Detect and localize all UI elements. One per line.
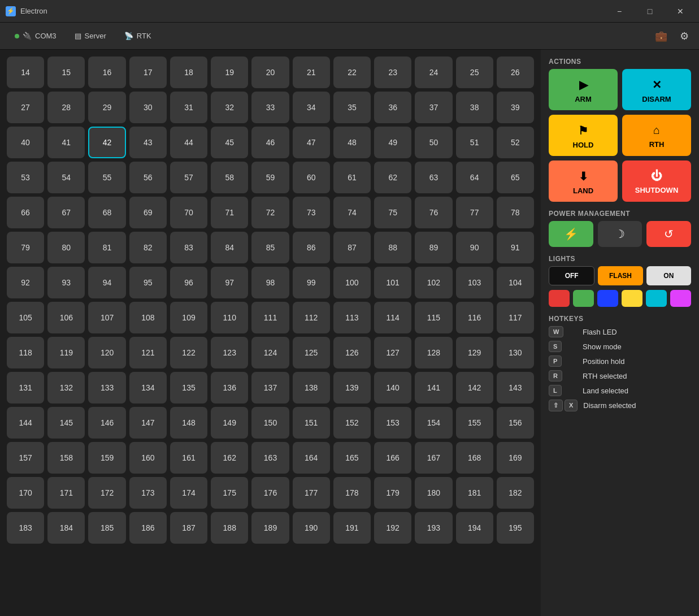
drone-cell-32[interactable]: 32 [211, 92, 248, 123]
drone-cell-46[interactable]: 46 [251, 127, 289, 158]
drone-cell-56[interactable]: 56 [129, 162, 167, 193]
drone-cell-27[interactable]: 27 [7, 92, 44, 123]
drone-cell-164[interactable]: 164 [293, 442, 330, 474]
restart-button[interactable]: ↺ [646, 221, 691, 247]
drone-cell-153[interactable]: 153 [374, 407, 411, 439]
drone-cell-54[interactable]: 54 [47, 162, 85, 193]
drone-cell-160[interactable]: 160 [129, 442, 167, 474]
drone-cell-40[interactable]: 40 [7, 127, 44, 158]
drone-cell-97[interactable]: 97 [211, 267, 248, 298]
tab-server[interactable]: ▤ Server [67, 27, 114, 45]
drone-cell-179[interactable]: 179 [374, 477, 411, 509]
drone-cell-68[interactable]: 68 [88, 197, 125, 228]
drone-cell-34[interactable]: 34 [293, 92, 330, 123]
drone-cell-189[interactable]: 189 [251, 512, 289, 544]
drone-cell-154[interactable]: 154 [415, 407, 452, 439]
drone-cell-88[interactable]: 88 [374, 232, 411, 263]
drone-cell-182[interactable]: 182 [497, 477, 534, 509]
drone-cell-80[interactable]: 80 [47, 232, 85, 263]
drone-cell-188[interactable]: 188 [211, 512, 248, 544]
maximize-button[interactable]: □ [637, 3, 663, 20]
drone-cell-101[interactable]: 101 [374, 267, 411, 298]
drone-cell-20[interactable]: 20 [251, 57, 289, 88]
drone-cell-35[interactable]: 35 [333, 92, 371, 123]
color-cyan[interactable] [646, 290, 667, 307]
minimize-button[interactable]: − [606, 3, 632, 20]
drone-cell-127[interactable]: 127 [374, 337, 411, 368]
drone-cell-158[interactable]: 158 [47, 442, 85, 474]
drone-cell-149[interactable]: 149 [211, 407, 248, 439]
drone-cell-131[interactable]: 131 [7, 372, 44, 404]
drone-cell-120[interactable]: 120 [88, 337, 125, 368]
drone-cell-79[interactable]: 79 [7, 232, 44, 263]
drone-cell-19[interactable]: 19 [211, 57, 248, 88]
drone-cell-142[interactable]: 142 [456, 372, 493, 404]
drone-cell-130[interactable]: 130 [497, 337, 534, 368]
drone-cell-96[interactable]: 96 [170, 267, 207, 298]
drone-cell-124[interactable]: 124 [251, 337, 289, 368]
drone-cell-113[interactable]: 113 [333, 302, 371, 333]
drone-cell-53[interactable]: 53 [7, 162, 44, 193]
drone-cell-106[interactable]: 106 [47, 302, 85, 333]
drone-cell-17[interactable]: 17 [129, 57, 167, 88]
drone-cell-74[interactable]: 74 [333, 197, 371, 228]
drone-cell-47[interactable]: 47 [293, 127, 330, 158]
drone-cell-57[interactable]: 57 [170, 162, 207, 193]
drone-cell-38[interactable]: 38 [456, 92, 493, 123]
drone-cell-156[interactable]: 156 [497, 407, 534, 439]
drone-cell-39[interactable]: 39 [497, 92, 534, 123]
drone-cell-141[interactable]: 141 [415, 372, 452, 404]
drone-cell-73[interactable]: 73 [293, 197, 330, 228]
drone-cell-48[interactable]: 48 [333, 127, 371, 158]
close-button[interactable]: ✕ [667, 3, 693, 20]
drone-cell-151[interactable]: 151 [293, 407, 330, 439]
drone-cell-148[interactable]: 148 [170, 407, 207, 439]
drone-cell-108[interactable]: 108 [129, 302, 167, 333]
drone-cell-193[interactable]: 193 [415, 512, 452, 544]
tab-rtk[interactable]: 📡 RTK [116, 27, 159, 45]
drone-cell-89[interactable]: 89 [415, 232, 452, 263]
drone-cell-18[interactable]: 18 [170, 57, 207, 88]
drone-cell-192[interactable]: 192 [374, 512, 411, 544]
drone-cell-44[interactable]: 44 [170, 127, 207, 158]
color-green[interactable] [573, 290, 594, 307]
drone-cell-194[interactable]: 194 [456, 512, 493, 544]
drone-cell-155[interactable]: 155 [456, 407, 493, 439]
rth-button[interactable]: ⌂ RTH [622, 115, 691, 156]
drone-cell-93[interactable]: 93 [47, 267, 85, 298]
drone-cell-70[interactable]: 70 [170, 197, 207, 228]
drone-cell-145[interactable]: 145 [47, 407, 85, 439]
drone-cell-51[interactable]: 51 [456, 127, 493, 158]
drone-cell-50[interactable]: 50 [415, 127, 452, 158]
tab-com3[interactable]: 🔌 COM3 [7, 27, 64, 45]
color-red[interactable] [549, 290, 570, 307]
drone-cell-165[interactable]: 165 [333, 442, 371, 474]
grid-area[interactable]: 1415161718192021222324252627282930313233… [0, 50, 541, 616]
drone-cell-63[interactable]: 63 [415, 162, 452, 193]
drone-cell-36[interactable]: 36 [374, 92, 411, 123]
drone-cell-59[interactable]: 59 [251, 162, 289, 193]
drone-cell-115[interactable]: 115 [415, 302, 452, 333]
hold-button[interactable]: ⚑ HOLD [549, 115, 618, 156]
drone-cell-95[interactable]: 95 [129, 267, 167, 298]
drone-cell-111[interactable]: 111 [251, 302, 289, 333]
drone-cell-134[interactable]: 134 [129, 372, 167, 404]
drone-cell-161[interactable]: 161 [170, 442, 207, 474]
drone-cell-71[interactable]: 71 [211, 197, 248, 228]
drone-cell-52[interactable]: 52 [497, 127, 534, 158]
drone-cell-152[interactable]: 152 [333, 407, 371, 439]
drone-cell-174[interactable]: 174 [170, 477, 207, 509]
drone-cell-119[interactable]: 119 [47, 337, 85, 368]
drone-cell-168[interactable]: 168 [456, 442, 493, 474]
drone-cell-100[interactable]: 100 [333, 267, 371, 298]
drone-cell-147[interactable]: 147 [129, 407, 167, 439]
charge-button[interactable]: ⚡ [549, 221, 593, 247]
drone-cell-22[interactable]: 22 [333, 57, 371, 88]
drone-cell-84[interactable]: 84 [211, 232, 248, 263]
drone-cell-41[interactable]: 41 [47, 127, 85, 158]
drone-cell-185[interactable]: 185 [88, 512, 125, 544]
drone-cell-87[interactable]: 87 [333, 232, 371, 263]
drone-cell-25[interactable]: 25 [456, 57, 493, 88]
drone-cell-114[interactable]: 114 [374, 302, 411, 333]
drone-cell-66[interactable]: 66 [7, 197, 44, 228]
